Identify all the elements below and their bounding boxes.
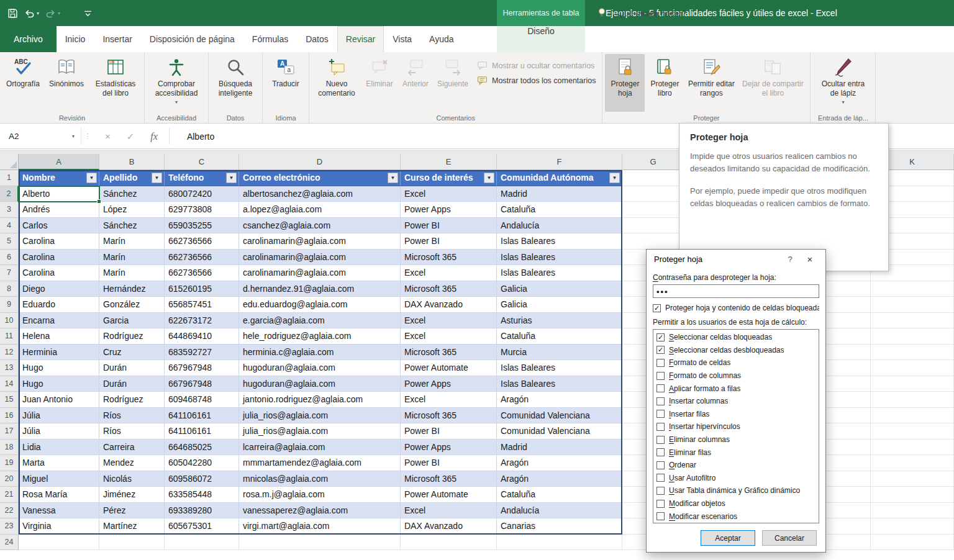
cell-D21[interactable]: rosa.m.j@aglaia.com [239, 487, 401, 503]
cell-D19[interactable]: mmmartamendez@aglaia.com [239, 455, 401, 471]
cell-F11[interactable]: Cataluña [497, 328, 622, 345]
cell-B16[interactable]: Ríos [99, 408, 165, 424]
name-box-dropdown-icon[interactable]: ▾ [72, 133, 75, 139]
previous-comment-button[interactable]: Anterior [398, 54, 434, 112]
column-header-B[interactable]: B [99, 154, 165, 170]
dialog-close-button[interactable]: × [799, 254, 820, 264]
cell-A24[interactable] [19, 535, 99, 551]
cell-C16[interactable]: 641106161 [165, 408, 239, 424]
cell-E10[interactable]: Excel [401, 313, 497, 329]
cell-E24[interactable] [401, 535, 497, 551]
row-header-14[interactable]: 14 [0, 376, 19, 392]
password-input[interactable]: ••• [653, 284, 819, 298]
cell-B14[interactable]: Durán [99, 376, 165, 392]
cell-D2[interactable]: albertosanchez@aglaia.com [239, 186, 401, 202]
permission-option-3[interactable]: Formato de celdas [653, 356, 819, 369]
cell-B9[interactable]: González [99, 297, 165, 313]
cell-F19[interactable]: Aragón [497, 455, 622, 471]
show-hide-comments-button[interactable]: Mostrar u ocultar comentarios [477, 60, 596, 71]
cell-K23[interactable] [871, 518, 954, 535]
cell-A20[interactable]: Miguel [19, 471, 99, 487]
thesaurus-button[interactable]: Sinónimos [43, 54, 89, 112]
protect-contents-checkbox[interactable]: Proteger hoja y contenido de celdas bloq… [653, 304, 819, 312]
row-header-12[interactable]: 12 [0, 345, 19, 361]
cell-A16[interactable]: Júlia [19, 408, 99, 424]
spelling-button[interactable]: ABC Ortografía [2, 54, 43, 112]
row-header-3[interactable]: 3 [0, 202, 19, 218]
permission-option-7[interactable]: Insertar filas [653, 408, 819, 421]
cell-D3[interactable]: a.lopez@aglaia.com [239, 202, 401, 218]
cancel-button[interactable]: Cancelar [762, 530, 817, 546]
permission-option-1[interactable]: Seleccionar celdas bloqueadas [653, 331, 819, 344]
cell-D20[interactable]: mnicolas@aglaia.com [239, 471, 401, 487]
row-header-21[interactable]: 21 [0, 487, 19, 503]
check-accessibility-button[interactable]: Comprobar accesibilidad ▾ [147, 54, 206, 112]
cell-A3[interactable]: Andrés [19, 202, 99, 218]
cell-B1[interactable]: Apellido▼ [99, 170, 165, 186]
cell-F7[interactable]: Islas Baleares [497, 265, 622, 281]
filter-button-A[interactable]: ▼ [86, 173, 97, 183]
cell-E23[interactable]: DAX Avanzado [401, 518, 497, 535]
cell-C6[interactable]: 662736566 [165, 250, 239, 266]
confirm-entry-icon[interactable]: ✓ [127, 131, 135, 142]
cell-D12[interactable]: herminia.c@aglaia.com [239, 345, 401, 361]
cell-A11[interactable]: Helena [19, 328, 99, 345]
undo-dropdown-icon[interactable]: ▾ [37, 11, 39, 16]
cell-F4[interactable]: Andalucía [497, 218, 622, 234]
cell-C4[interactable]: 659035255 [165, 218, 239, 234]
row-header-8[interactable]: 8 [0, 281, 19, 297]
cell-A23[interactable]: Virginia [19, 518, 99, 535]
tell-me-box[interactable]: ¿Qué desea hacer? [596, 0, 686, 26]
cell-B13[interactable]: Durán [99, 360, 165, 376]
row-header-9[interactable]: 9 [0, 297, 19, 313]
cell-E2[interactable]: Excel [401, 186, 497, 202]
tab-ayuda[interactable]: Ayuda [420, 26, 462, 52]
cell-B5[interactable]: Marín [99, 233, 165, 250]
cell-E9[interactable]: DAX Avanzado [401, 297, 497, 313]
workbook-statistics-button[interactable]: 123 Estadísticas del libro [89, 54, 142, 112]
tab-disposicion-de-pagina[interactable]: Disposición de página [141, 26, 243, 52]
cell-B6[interactable]: Marín [99, 250, 165, 266]
redo-dropdown-icon[interactable]: ▾ [58, 11, 60, 16]
cell-K19[interactable] [871, 455, 954, 471]
cell-F20[interactable]: Aragón [497, 471, 622, 487]
cell-A13[interactable]: Hugo [19, 360, 99, 376]
cell-G4[interactable] [622, 218, 684, 234]
cell-D22[interactable]: vanessaperez@aglaia.com [239, 503, 401, 519]
filter-button-E[interactable]: ▼ [484, 173, 494, 183]
row-header-11[interactable]: 11 [0, 328, 19, 345]
cell-B24[interactable] [99, 535, 165, 551]
row-header-15[interactable]: 15 [0, 392, 19, 408]
cell-C22[interactable]: 693389280 [165, 503, 239, 519]
cell-B8[interactable]: Hernández [99, 281, 165, 297]
delete-comment-button[interactable]: Eliminar [361, 54, 398, 112]
next-comment-button[interactable]: Siguiente [434, 54, 472, 112]
cell-K12[interactable] [871, 345, 954, 361]
cell-G5[interactable] [622, 233, 684, 250]
dialog-help-button[interactable]: ? [781, 255, 799, 264]
undo-button[interactable]: ▾ [24, 8, 39, 19]
cell-F22[interactable]: Andalucía [497, 503, 622, 519]
cell-D23[interactable]: virgi.mart@aglaia.com [239, 518, 401, 535]
cell-G2[interactable] [622, 186, 684, 202]
filter-button-F[interactable]: ▼ [609, 173, 620, 183]
cell-E16[interactable]: Microsoft 365 [401, 408, 497, 424]
permission-option-11[interactable]: Ordenar [653, 459, 819, 472]
column-header-E[interactable]: E [401, 154, 497, 170]
cell-F1[interactable]: Comunidad Autónoma▼ [497, 170, 622, 186]
row-header-18[interactable]: 18 [0, 440, 19, 456]
cell-F12[interactable]: Murcia [497, 345, 622, 361]
cell-G1[interactable] [622, 170, 684, 186]
cell-C2[interactable]: 680072420 [165, 186, 239, 202]
cell-C20[interactable]: 609586072 [165, 471, 239, 487]
cell-F21[interactable]: Cataluña [497, 487, 622, 503]
cell-A10[interactable]: Encarna [19, 313, 99, 329]
cell-B10[interactable]: Garcia [99, 313, 165, 329]
cell-B4[interactable]: Sánchez [99, 218, 165, 234]
tab-formulas[interactable]: Fórmulas [243, 26, 297, 52]
redo-button[interactable]: ▾ [45, 8, 60, 19]
cell-E3[interactable]: Power Apps [401, 202, 497, 218]
cell-D18[interactable]: lcarreira@aglaia.com [239, 440, 401, 456]
permission-option-8[interactable]: Insertar hipervínculos [653, 420, 819, 433]
smart-lookup-button[interactable]: Búsqueda inteligente [211, 54, 260, 112]
